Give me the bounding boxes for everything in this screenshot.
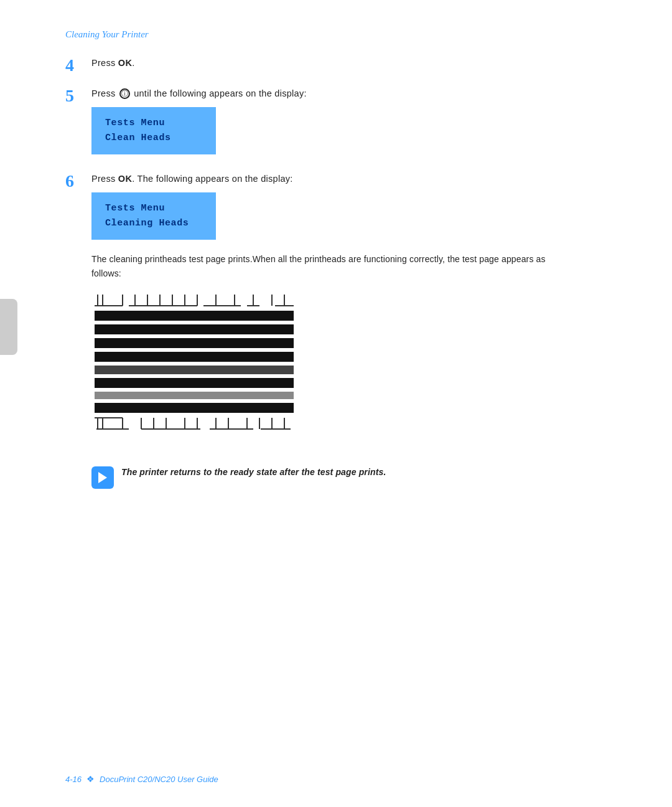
display-box-1-line1: Tests Menu <box>105 116 202 131</box>
stripe-darkgray <box>95 366 294 374</box>
note-icon <box>91 466 114 489</box>
note-text: The printer returns to the ready state a… <box>121 465 386 479</box>
display-box-1-line2: Clean Heads <box>105 131 202 146</box>
step-4-number: 4 <box>65 56 88 75</box>
test-page-image <box>91 288 551 456</box>
step-6-content: Press OK. The following appears on the d… <box>88 172 551 489</box>
page-container: Cleaning Your Printer 4 Press OK. 5 Pres… <box>0 0 672 807</box>
step-4-ok-bold: OK <box>118 58 132 68</box>
bottom-ticks <box>95 418 291 429</box>
top-ticks <box>95 295 294 306</box>
step-5-number: 5 <box>65 87 88 106</box>
stripe-black-1 <box>95 311 294 321</box>
display-box-1: Tests Menu Clean Heads <box>91 107 216 154</box>
footer-guide-title: DocuPrint C20/NC20 User Guide <box>100 775 218 784</box>
footer-page-number: 4-16 <box>65 775 82 784</box>
step-6-text: Press OK. The following appears on the d… <box>91 172 551 186</box>
stripe-black-3 <box>95 338 294 348</box>
left-tab <box>0 299 17 355</box>
note-box: The printer returns to the ready state a… <box>91 465 551 489</box>
footer: 4-16 ❖ DocuPrint C20/NC20 User Guide <box>65 774 635 785</box>
body-paragraph: The cleaning printheads test page prints… <box>91 252 551 281</box>
note-arrow-icon <box>98 472 107 483</box>
step-4-row: 4 Press OK. <box>65 56 551 75</box>
step-5-text: Press ⓘ until the following appears on t… <box>91 87 551 101</box>
circle-icon: ⓘ <box>119 88 130 99</box>
step-4-content: Press OK. <box>88 56 551 70</box>
step-6-row: 6 Press OK. The following appears on the… <box>65 172 551 489</box>
stripe-black-4 <box>95 352 294 362</box>
display-box-2-line1: Tests Menu <box>105 201 202 216</box>
stripe-black-2 <box>95 324 294 334</box>
main-content: 4 Press OK. 5 Press ⓘ until the followin… <box>65 56 551 500</box>
stripe-gray <box>95 392 294 399</box>
display-box-2-line2: Cleaning Heads <box>105 216 202 231</box>
step-5-row: 5 Press ⓘ until the following appears on… <box>65 87 551 161</box>
stripe-black-5 <box>95 378 294 388</box>
test-page-svg <box>91 288 297 456</box>
display-box-2: Tests Menu Cleaning Heads <box>91 192 216 240</box>
footer-diamond: ❖ <box>86 774 95 785</box>
step-5-content: Press ⓘ until the following appears on t… <box>88 87 551 161</box>
stripe-black-6 <box>95 403 294 413</box>
note-bold-text: The printer returns to the ready state a… <box>121 467 386 477</box>
step-4-text: Press OK. <box>91 56 551 70</box>
breadcrumb: Cleaning Your Printer <box>65 29 149 40</box>
step-6-ok-bold: OK <box>118 174 132 184</box>
breadcrumb-text: Cleaning Your Printer <box>65 29 149 39</box>
step-6-number: 6 <box>65 172 88 191</box>
